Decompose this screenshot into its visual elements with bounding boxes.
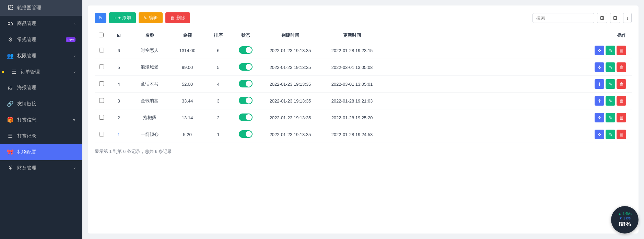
row-edit-button[interactable]: ✎ <box>606 96 615 106</box>
row-checkbox[interactable] <box>99 98 104 103</box>
cell-updated: 2022-03-01 13:05:01 <box>321 76 383 93</box>
pencil-icon: ✎ <box>143 15 147 21</box>
col-header-created: 创建时间 <box>259 29 321 42</box>
data-table: Id 名称 金额 排序 状态 创建时间 更新时间 操作 6时空恋人1314.00… <box>95 29 632 143</box>
speed-widget: ▲ 1.4k/s ▼ 1 k/s 88% <box>611 206 639 234</box>
row-delete-button[interactable]: 🗑 <box>617 96 626 106</box>
pagination-info: 显示第 1 到第 6 条记录，总共 6 条记录 <box>95 148 632 155</box>
row-delete-button[interactable]: 🗑 <box>617 130 626 139</box>
col-header-updated: 更新时间 <box>321 29 383 42</box>
new-badge: new <box>66 37 75 42</box>
sidebar: 🖼 轮播图管理 🛍 商品管理 ‹ ⚙ 常规管理 new 👥 权限管理 ‹ ☰ 订… <box>0 0 82 239</box>
sidebar-item-finance[interactable]: ¥ 财务管理 ‹ <box>0 160 82 176</box>
move-button[interactable]: ✛ <box>595 96 604 106</box>
add-button[interactable]: + + 添加 <box>109 12 136 23</box>
action-buttons: ✛ ✎ 🗑 <box>387 96 626 106</box>
row-delete-button[interactable]: 🗑 <box>617 113 626 122</box>
gift-config-icon: 🎀 <box>7 149 14 155</box>
speed-pct: 88% <box>619 221 631 228</box>
sidebar-item-links[interactable]: 🔗 友情链接 <box>0 96 82 112</box>
chevron-right-icon: ‹ <box>74 54 75 58</box>
refresh-button[interactable]: ↻ <box>95 13 106 23</box>
export-button[interactable]: ↓ <box>623 13 632 23</box>
col-header-name: 名称 <box>129 29 170 42</box>
delete-button[interactable]: 🗑 删除 <box>165 12 190 23</box>
cell-updated: 2022-01-28 19:24:53 <box>321 126 383 143</box>
toolbar: ↻ + + 添加 ✎ 编辑 🗑 删除 ⊞ ⊟ ↓ <box>95 12 632 23</box>
cell-id: 1 <box>108 126 129 143</box>
row-edit-button[interactable]: ✎ <box>606 130 615 139</box>
chevron-right-icon: ‹ <box>74 166 75 170</box>
move-button[interactable]: ✛ <box>595 62 604 72</box>
select-all-checkbox[interactable] <box>99 33 104 37</box>
table-row: 4童话木马52.0042022-01-23 19:13:352022-03-01… <box>95 76 632 93</box>
cell-name: 时空恋人 <box>129 42 170 59</box>
move-button[interactable]: ✛ <box>595 79 604 89</box>
carousel-icon: 🖼 <box>7 5 14 11</box>
status-toggle[interactable] <box>239 130 253 138</box>
action-buttons: ✛ ✎ 🗑 <box>387 113 626 122</box>
cell-name: 金钱豹富 <box>129 93 170 109</box>
sidebar-item-gift-config[interactable]: 🎀 礼物配置 <box>0 144 82 160</box>
cell-updated: 2022-03-01 13:05:08 <box>321 59 383 76</box>
cell-status <box>232 126 259 143</box>
cell-sort: 3 <box>204 93 232 109</box>
cell-action: ✛ ✎ 🗑 <box>383 126 632 143</box>
upload-speed: ▲ 1.4k/s <box>618 212 631 216</box>
chevron-right-icon: ‹ <box>74 70 75 74</box>
row-delete-button[interactable]: 🗑 <box>617 46 626 55</box>
plus-icon: + <box>114 15 117 21</box>
products-icon: 🛍 <box>7 21 14 27</box>
sidebar-item-permissions[interactable]: 👥 权限管理 ‹ <box>0 48 82 64</box>
cell-amount: 1314.00 <box>170 42 204 59</box>
table-view-button[interactable]: ⊞ <box>597 13 607 23</box>
cell-name: 抱抱熊 <box>129 109 170 126</box>
move-button[interactable]: ✛ <box>595 113 604 122</box>
id-link[interactable]: 1 <box>117 132 120 137</box>
sidebar-item-products[interactable]: 🛍 商品管理 ‹ <box>0 16 82 32</box>
cell-created: 2022-01-23 19:13:35 <box>259 93 321 109</box>
row-checkbox[interactable] <box>99 132 104 136</box>
move-button[interactable]: ✛ <box>595 46 604 55</box>
sidebar-item-rewards[interactable]: 🎁 打赏信息 ∨ <box>0 112 82 128</box>
cell-sort: 2 <box>204 109 232 126</box>
status-toggle[interactable] <box>239 46 253 54</box>
row-delete-button[interactable]: 🗑 <box>617 79 626 89</box>
row-edit-button[interactable]: ✎ <box>606 62 615 72</box>
sidebar-item-carousel[interactable]: 🖼 轮播图管理 <box>0 0 82 16</box>
row-edit-button[interactable]: ✎ <box>606 79 615 89</box>
cell-action: ✛ ✎ 🗑 <box>383 76 632 93</box>
cell-amount: 5.20 <box>170 126 204 143</box>
cell-created: 2022-01-23 19:13:35 <box>259 76 321 93</box>
row-edit-button[interactable]: ✎ <box>606 113 615 122</box>
sidebar-item-label: 海报管理 <box>17 85 36 91</box>
action-buttons: ✛ ✎ 🗑 <box>387 130 626 139</box>
action-buttons: ✛ ✎ 🗑 <box>387 79 626 89</box>
row-checkbox[interactable] <box>99 81 104 86</box>
status-toggle[interactable] <box>239 63 253 71</box>
grid-view-button[interactable]: ⊟ <box>610 13 620 23</box>
status-toggle[interactable] <box>239 80 253 87</box>
cell-amount: 52.00 <box>170 76 204 93</box>
sidebar-item-label: 订单管理 <box>21 69 40 75</box>
sidebar-item-reward-records[interactable]: ☰ 打赏记录 <box>0 128 82 144</box>
move-button[interactable]: ✛ <box>595 130 604 139</box>
sidebar-item-label: 权限管理 <box>17 53 36 59</box>
row-delete-button[interactable]: 🗑 <box>617 62 626 72</box>
row-edit-button[interactable]: ✎ <box>606 46 615 55</box>
cell-status <box>232 109 259 126</box>
row-checkbox[interactable] <box>99 64 104 69</box>
edit-button[interactable]: ✎ 编辑 <box>139 12 163 23</box>
row-checkbox[interactable] <box>99 48 104 52</box>
cell-created: 2022-01-23 19:13:35 <box>259 59 321 76</box>
status-toggle[interactable] <box>239 113 253 121</box>
sidebar-item-orders[interactable]: ☰ 订单管理 ‹ <box>0 64 82 80</box>
sidebar-item-label: 轮播图管理 <box>17 5 41 11</box>
sidebar-item-general[interactable]: ⚙ 常规管理 new <box>0 32 82 48</box>
toolbar-right: ⊞ ⊟ ↓ <box>532 13 632 23</box>
status-toggle[interactable] <box>239 97 253 104</box>
sidebar-item-posters[interactable]: 🗂 海报管理 <box>0 80 82 96</box>
cell-id: 3 <box>108 93 129 109</box>
row-checkbox[interactable] <box>99 115 104 120</box>
search-input[interactable] <box>532 13 594 23</box>
